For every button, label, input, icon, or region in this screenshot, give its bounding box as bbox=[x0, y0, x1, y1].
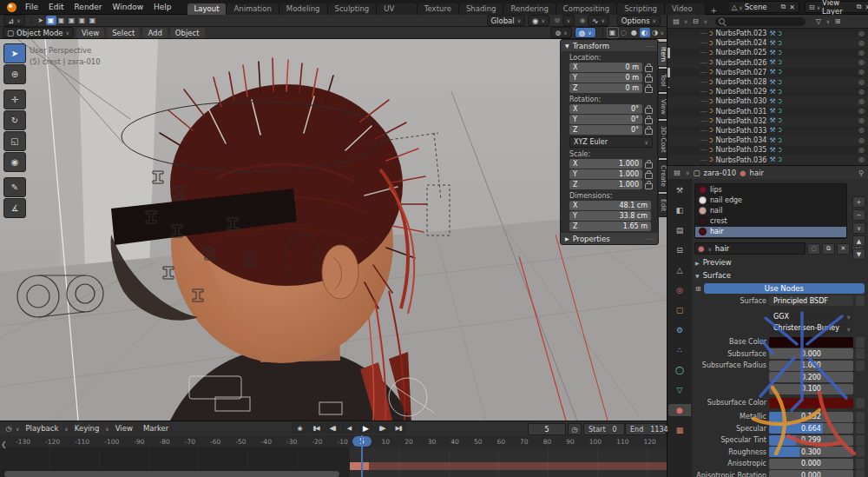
tab-modifiers[interactable]: ⚙ bbox=[670, 324, 689, 336]
tab-physics[interactable]: ◯ bbox=[670, 364, 689, 376]
cursor-tool-button[interactable]: ⊕ bbox=[3, 64, 26, 84]
metallic-slider[interactable]: 0.152 bbox=[769, 412, 853, 422]
curve-data-icon[interactable]: ↄ bbox=[779, 50, 782, 56]
material-slot-selected[interactable]: hair bbox=[695, 227, 846, 237]
transform-orientation-dropdown[interactable]: Global ∨ bbox=[487, 15, 526, 26]
sidebar-tab-3d-coat[interactable]: 3D-Coat bbox=[657, 121, 667, 158]
move-slot-down-button[interactable]: ▼ bbox=[852, 248, 865, 260]
fake-user-button[interactable]: ◌ bbox=[807, 243, 820, 255]
editor-type-button[interactable]: ⊿ ∨ bbox=[3, 15, 25, 26]
lock-icon[interactable] bbox=[645, 173, 653, 179]
copy-material-button[interactable]: ⧉ bbox=[822, 243, 835, 255]
preview-range-stopwatch-button[interactable]: ◷ bbox=[568, 423, 582, 435]
shading-wireframe-button[interactable]: ◌ bbox=[619, 28, 629, 37]
curve-data-icon[interactable]: ↄ bbox=[779, 69, 782, 76]
timeline-ruler[interactable]: -130-120-110-100-90-80-70-60-50-40-30-20… bbox=[0, 435, 667, 448]
editor-type-icon[interactable]: ▤ bbox=[672, 168, 682, 177]
outliner-row[interactable]: ɔNurbsPath.024⚒ↄ◎ bbox=[667, 38, 868, 48]
use-nodes-button[interactable]: Use Nodes bbox=[704, 283, 865, 294]
location-y-field[interactable]: Y0 m bbox=[569, 73, 642, 83]
scene-selector[interactable]: △ ∨ Scene ⧉ ✕ bbox=[727, 1, 799, 13]
keyframe-dot-button[interactable] bbox=[856, 348, 865, 359]
shading-solid-button[interactable]: ● bbox=[629, 28, 640, 37]
outliner-row[interactable]: ɔNurbsPath.030⚒ↄ◎ bbox=[667, 96, 868, 106]
xray-toggle[interactable]: ▣ bbox=[607, 27, 619, 38]
material-slot[interactable]: crest bbox=[695, 216, 846, 227]
curve-data-icon[interactable]: ↄ bbox=[779, 137, 782, 144]
eye-icon[interactable]: ◎ bbox=[858, 127, 865, 134]
new-view-layer-icon[interactable]: ⧉ bbox=[855, 3, 864, 11]
eye-icon[interactable]: ◎ bbox=[858, 50, 865, 56]
tab-output[interactable]: ▤ bbox=[670, 224, 689, 236]
keyframe-dot-button[interactable] bbox=[856, 447, 865, 457]
lock-icon[interactable] bbox=[645, 108, 653, 114]
annotate-tool-button[interactable]: ✎ bbox=[3, 177, 26, 197]
menu-window[interactable]: Window bbox=[108, 0, 149, 14]
modifier-icon[interactable]: ⚒ bbox=[769, 69, 775, 76]
curve-data-icon[interactable]: ↄ bbox=[779, 30, 782, 37]
keyframe-dot-button[interactable] bbox=[856, 398, 865, 408]
shading-material-button[interactable]: ◐ bbox=[640, 28, 650, 37]
delete-scene-icon[interactable]: ✕ bbox=[787, 3, 797, 11]
workspace-tab-texture-paint[interactable]: Texture Paint bbox=[418, 3, 459, 15]
workspace-tab-video-editing[interactable]: Video Editing bbox=[665, 3, 706, 15]
radius-z-field[interactable]: 0.100 bbox=[769, 384, 853, 394]
eye-icon[interactable]: ◎ bbox=[858, 147, 865, 154]
new-collection-icon[interactable]: ⊞ bbox=[832, 17, 843, 26]
menu-view[interactable]: View bbox=[111, 424, 137, 433]
material-name-field[interactable]: ● ∨ hair bbox=[694, 242, 806, 255]
sss-method-dropdown[interactable]: Christensen-Burley∨ bbox=[769, 323, 853, 334]
workspace-tab-scripting[interactable]: Scripting bbox=[617, 3, 665, 15]
menu-edit[interactable]: Edit bbox=[43, 0, 69, 14]
next-keyframe-button[interactable]: ▮▶ bbox=[374, 422, 390, 434]
panel-options-icon[interactable]: ⋯ bbox=[647, 235, 654, 243]
workspace-tab-shading[interactable]: Shading bbox=[459, 3, 504, 15]
keyframe-dot-button[interactable] bbox=[856, 423, 865, 434]
view-layer-selector[interactable]: ⊟ ∨ View Layer ⧉ ✕ bbox=[805, 1, 868, 13]
dimensions-y-field[interactable]: Y33.8 cm bbox=[569, 211, 651, 221]
curve-data-icon[interactable]: ↄ bbox=[779, 89, 782, 96]
workspace-tab-compositing[interactable]: Compositing bbox=[556, 3, 617, 15]
menu-add[interactable]: Add bbox=[142, 28, 167, 38]
outliner-row[interactable]: ɔNurbsPath.028⚒ↄ◎ bbox=[667, 77, 868, 87]
outliner-row[interactable]: ɔNurbsPath.034⚒ↄ◎ bbox=[667, 136, 868, 145]
modifier-icon[interactable]: ⚒ bbox=[769, 156, 775, 163]
properties-panel-header[interactable]: ▶ Properties ⋯ bbox=[561, 233, 658, 244]
menu-file[interactable]: File bbox=[20, 0, 43, 14]
modifier-icon[interactable]: ⚒ bbox=[769, 147, 775, 154]
eye-icon[interactable]: ◎ bbox=[858, 30, 865, 37]
keyframe-dot-button[interactable] bbox=[856, 412, 865, 422]
snap-magnet-icon[interactable]: ⋓ bbox=[552, 16, 562, 25]
menu-help[interactable]: Help bbox=[148, 0, 177, 14]
eye-icon[interactable]: ◎ bbox=[858, 156, 865, 163]
outliner-row[interactable]: ɔNurbsPath.035⚒ↄ◎ bbox=[667, 145, 868, 155]
transform-panel-header[interactable]: ▼ Transform ⋯ bbox=[561, 40, 658, 51]
workspace-tab-animation[interactable]: Animation bbox=[227, 3, 279, 15]
rotation-z-field[interactable]: Z0° bbox=[569, 125, 642, 135]
lock-icon[interactable] bbox=[645, 87, 653, 93]
transform-tool-button[interactable]: ◉ bbox=[3, 152, 26, 172]
curve-data-icon[interactable]: ↄ bbox=[779, 79, 782, 86]
menu-keying[interactable]: Keying bbox=[70, 424, 104, 433]
eye-icon[interactable]: ◎ bbox=[858, 108, 865, 115]
modifier-icon[interactable]: ⚒ bbox=[769, 108, 775, 115]
workspace-tab-rendering[interactable]: Rendering bbox=[503, 3, 556, 15]
specular-tint-slider[interactable]: 0.299 bbox=[769, 435, 853, 446]
select-mode-intersect-button[interactable]: ▣ bbox=[88, 16, 98, 25]
eye-icon[interactable]: ◎ bbox=[858, 89, 865, 96]
outliner-row[interactable]: ɔNurbsPath.029⚒ↄ◎ bbox=[667, 87, 868, 96]
tab-world[interactable]: ◎ bbox=[670, 284, 689, 296]
outliner-row[interactable]: ɔNurbsPath.027⚒ↄ◎ bbox=[667, 68, 868, 77]
mode-dropdown[interactable]: ▢ Object Mode ∨ bbox=[3, 27, 74, 38]
specular-slider[interactable]: 0.664 bbox=[769, 423, 853, 434]
modifier-icon[interactable]: ⚒ bbox=[769, 117, 775, 124]
outliner-row[interactable]: ɔNurbsPath.032⚒ↄ◎ bbox=[667, 116, 868, 126]
workspace-tab-layout[interactable]: Layout bbox=[187, 3, 227, 15]
modifier-icon[interactable]: ⚒ bbox=[769, 40, 775, 47]
surface-panel-header[interactable]: ▼ Surface bbox=[695, 270, 865, 281]
select-mode-subtract-button[interactable]: ▣ bbox=[67, 16, 77, 25]
tab-texture[interactable]: ▩ bbox=[670, 424, 689, 436]
keyframe-dot-button[interactable] bbox=[856, 361, 865, 371]
outliner-row[interactable]: ɔNurbsPath.033⚒ↄ◎ bbox=[667, 126, 868, 136]
tab-object[interactable]: ▢ bbox=[670, 304, 689, 316]
